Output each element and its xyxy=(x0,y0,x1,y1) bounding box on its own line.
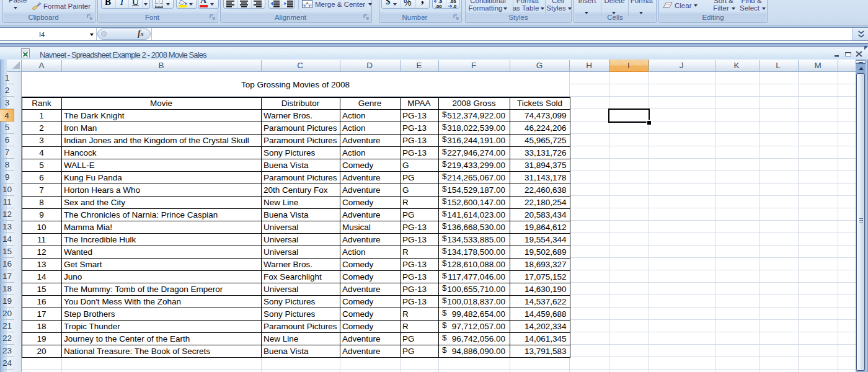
svg-text:.0: .0 xyxy=(453,4,456,9)
svg-text:.00: .00 xyxy=(435,4,441,9)
